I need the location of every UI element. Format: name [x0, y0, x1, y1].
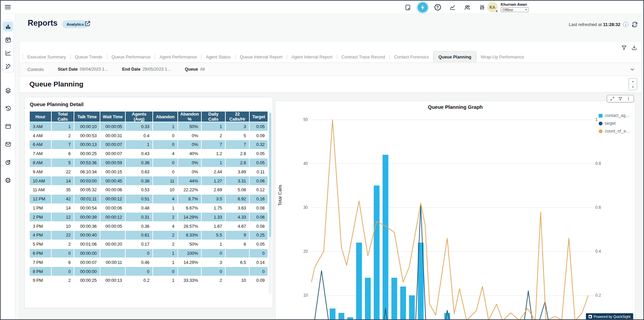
column-header[interactable]: Abandon	[153, 112, 178, 122]
table-row[interactable]: 12 PM4200:01:1100:00:120.5148.7%3.56.920…	[30, 194, 268, 203]
column-header[interactable]: Total Calls	[51, 112, 74, 122]
tab-queue-interval-report[interactable]: Queue Interval Report	[236, 51, 287, 63]
column-header[interactable]: Wait Time	[100, 112, 125, 122]
table-row[interactable]: 3 AM100:00:1000:00:050.33150%130.05	[30, 122, 268, 131]
table-row[interactable]: 8 AM500:53:3600:00:590.3600%12.80.05	[30, 158, 268, 167]
info-icon[interactable]: i	[623, 22, 628, 27]
kebab-menu-icon[interactable]	[626, 96, 631, 101]
table-cell: 1	[153, 276, 178, 285]
table-row[interactable]: 11 AM3500:05:3200:00:060.531022.22%2.695…	[30, 186, 268, 195]
bar-11-AM[interactable]	[374, 186, 379, 320]
column-header[interactable]: 22 Calls/Hr	[225, 112, 249, 122]
table-row[interactable]: 6 PM000:00:0001100%00	[30, 249, 268, 258]
bar-1-PM[interactable]	[391, 278, 397, 320]
tab-contract-trace-record[interactable]: Contract Trace Record	[337, 51, 390, 63]
legend-item-count-of-a-[interactable]: count_of_a…	[599, 129, 630, 133]
control-queue[interactable]: QueueAll	[185, 67, 205, 72]
chart-plot[interactable]	[311, 120, 593, 320]
sidebar-item-window[interactable]	[3, 121, 13, 131]
tab-agent-status[interactable]: Agent Status	[201, 51, 235, 63]
tab-queue-trends[interactable]: Queue Trends	[71, 51, 107, 63]
export-icon[interactable]	[631, 45, 637, 51]
scroll-down-button[interactable]: ▼	[629, 84, 637, 90]
table-row[interactable]: 4 AM200:00:5300:00:310.400%250.09	[30, 131, 268, 140]
avatar[interactable]: KA	[487, 2, 498, 13]
table-cell: 00:00:00	[74, 249, 100, 258]
table-row[interactable]: 9 PM200:00:2500:00:130.2133.33%2100.09	[30, 276, 268, 285]
bar-8-AM[interactable]	[347, 317, 353, 320]
table-row[interactable]: 7 AM600:00:2500:00:070.43440%1.22.80.05	[30, 149, 268, 158]
column-header[interactable]: Agents (Avg)	[125, 112, 153, 122]
settings-button[interactable]	[477, 2, 487, 13]
column-header[interactable]: Talk Time	[74, 112, 100, 122]
tab-queue-performance[interactable]: Queue Performance	[107, 51, 155, 63]
tab-executive-summary[interactable]: Executive Summary	[23, 51, 70, 63]
table-cell: 40%	[178, 149, 201, 158]
table-row[interactable]: 5 PM200:01:0600:00:200.17250%160.05	[30, 240, 268, 249]
table-row[interactable]: 3 PM1000:00:3600:00:050.36428.57%1.674.6…	[30, 222, 268, 231]
target-line[interactable]	[313, 205, 551, 320]
tab-agent-performance[interactable]: Agent Performance	[155, 51, 201, 63]
count-line[interactable]	[312, 120, 588, 320]
table-row[interactable]: 6 AM700:00:1300:00:07100%770.32	[30, 140, 268, 149]
legend-item-contact-ag-[interactable]: contact_ag…	[599, 113, 630, 118]
sidebar-item-pie[interactable]	[3, 157, 13, 167]
table-row[interactable]: 9 AM2206:10:3400:00:150.6300%2.443.890.1…	[30, 167, 268, 176]
table-cell: 06:10:34	[74, 167, 100, 176]
analytics-button[interactable]	[447, 2, 457, 13]
bar-7-AM[interactable]	[339, 313, 344, 320]
users-icon	[464, 4, 471, 11]
powered-by-badge[interactable]: Powered by QuickSight	[586, 313, 633, 320]
notes-button[interactable]	[403, 2, 413, 13]
table-scrollbar-thumb[interactable]	[269, 113, 271, 237]
control-end-date[interactable]: End Date29/05/2023 1...	[122, 67, 171, 72]
table-row[interactable]: 8 PM000:00:000000	[30, 267, 268, 276]
bar-9-AM[interactable]	[356, 243, 362, 320]
status-select[interactable]: Offline ▾	[501, 7, 528, 12]
legend-item-target[interactable]: target	[599, 121, 630, 126]
table-row[interactable]: 1 PM1400:00:5400:00:060.4816.67%1.753.63…	[30, 203, 268, 213]
sidebar-item-settings[interactable]: ⚙	[3, 175, 13, 185]
table-cell: 0.09	[249, 131, 268, 140]
tab-agent-interval-report[interactable]: Agent Interval Report	[287, 51, 337, 63]
tab-queue-planning[interactable]: Queue Planning	[434, 51, 476, 63]
bar-12-PM[interactable]	[382, 155, 388, 320]
bar-10-AM[interactable]	[365, 278, 371, 320]
table-row[interactable]: 7 PM600:00:0700:00:110.46114.29%36.50.14	[30, 258, 268, 267]
maximize-icon[interactable]	[610, 96, 615, 101]
external-link-icon[interactable]	[84, 20, 91, 27]
bar-6-AM[interactable]	[330, 309, 336, 320]
chart-filter-icon[interactable]	[618, 96, 623, 101]
history-icon	[5, 105, 11, 112]
sidebar-item-mail[interactable]	[3, 139, 13, 149]
help-button[interactable]: ?	[432, 2, 443, 13]
table-row[interactable]: 10 AM1400:03:0000:00:450.381144%1.273.31…	[30, 176, 268, 186]
quick-actions-button[interactable]	[418, 2, 428, 13]
control-start-date[interactable]: Start Date09/04/2023 1...	[58, 67, 108, 72]
column-header[interactable]: Daily Calls	[201, 112, 225, 122]
column-header[interactable]: Abandon %	[178, 112, 201, 122]
sidebar-item-dashboards[interactable]	[3, 22, 13, 31]
sidebar-item-history[interactable]	[3, 103, 13, 114]
table-cell: 00:00:05	[100, 222, 125, 231]
bar-2-PM[interactable]	[400, 287, 406, 320]
column-header[interactable]: Target	[249, 112, 268, 122]
sidebar-item-design[interactable]	[3, 61, 13, 71]
contacts-button[interactable]	[462, 2, 472, 13]
column-header[interactable]: Hour	[30, 112, 51, 122]
filter-icon[interactable]	[621, 45, 627, 51]
sidebar-item-calendar[interactable]	[3, 35, 13, 45]
bar-3-PM[interactable]	[409, 295, 415, 320]
refresh-icon[interactable]	[631, 21, 639, 28]
table-row[interactable]: 2 PM1200:00:3900:00:120.31214.29%1.334.3…	[30, 213, 268, 222]
sidebar-item-trends[interactable]	[3, 48, 13, 58]
controls-collapse-chevron-icon[interactable]	[629, 67, 635, 72]
table-cell: 50%	[178, 122, 201, 131]
scroll-up-button[interactable]: ▲	[629, 78, 637, 84]
sidebar-item-layers[interactable]	[3, 85, 13, 96]
table-row[interactable]: 4 PM2200:00:400.6128.33%5.590.25	[30, 231, 268, 240]
top-bar: ? KA Khurram Awan Offline ▾	[1, 1, 643, 14]
tab-contact-forensics[interactable]: Contact Forensics	[390, 51, 433, 63]
menu-icon[interactable]	[4, 3, 12, 11]
tab-wrap-up-performance[interactable]: Wrap-Up Performance	[476, 51, 528, 63]
